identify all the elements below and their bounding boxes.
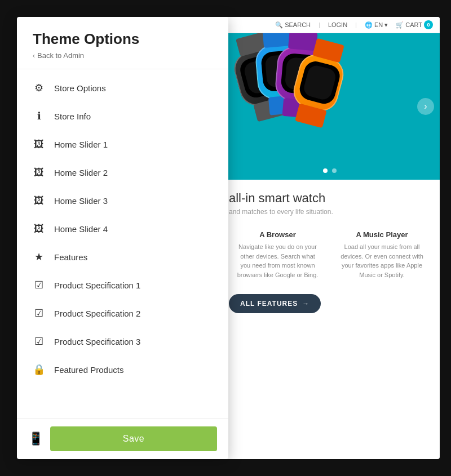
star-icon: ★ [33, 251, 45, 263]
back-to-admin-link[interactable]: ‹ Back to Admin [33, 51, 213, 60]
sidebar-item-store-options[interactable]: ⚙ Store Options [17, 74, 228, 102]
sidebar-footer: 📱 Save [17, 418, 228, 459]
lock-icon: 🔒 [33, 363, 45, 376]
sidebar-nav: ⚙ Store Options ℹ Store Info 🖼 Home Slid… [17, 69, 228, 418]
search-label: SEARCH [285, 21, 311, 28]
image-icon-2: 🖼 [33, 166, 45, 179]
checkbox-icon-3: ☑ [33, 335, 45, 348]
preview-title: all-in smart watch [229, 191, 431, 206]
home-slider-3-label: Home Slider 3 [54, 196, 108, 206]
preview-hero: › [220, 33, 440, 180]
sidebar-item-home-slider-1[interactable]: 🖼 Home Slider 1 [17, 130, 228, 158]
topbar-divider-1: | [319, 21, 320, 28]
home-slider-1-label: Home Slider 1 [54, 140, 108, 149]
back-chevron-icon: ‹ [33, 52, 35, 60]
feature-music-title: A Music Player [339, 230, 425, 239]
hero-dots [323, 168, 337, 173]
watch-stack [237, 39, 338, 152]
preview-panel: 🔍 SEARCH | LOGIN | 🌐 EN ▾ 🛒 CART 0 [220, 17, 440, 459]
feature-card-music: A Music Player Load all your music from … [333, 225, 431, 285]
info-icon: ℹ [33, 110, 45, 122]
search-icon: 🔍 [275, 21, 283, 29]
sidebar-item-featured-products[interactable]: 🔒 Featured Products [17, 355, 228, 384]
cart-topbar-item[interactable]: 🛒 CART 0 [396, 20, 433, 29]
product-spec-2-label: Product Specification 2 [54, 309, 140, 318]
hero-next-button[interactable]: › [417, 98, 434, 115]
sidebar-item-product-spec-2[interactable]: ☑ Product Specification 2 [17, 299, 228, 327]
home-slider-4-label: Home Slider 4 [54, 224, 108, 234]
features-label: Features [54, 252, 87, 262]
home-slider-2-label: Home Slider 2 [54, 168, 108, 177]
sidebar-item-features[interactable]: ★ Features [17, 243, 228, 271]
image-icon-1: 🖼 [33, 138, 45, 150]
feature-card-browser: A Browser Navigate like you do on your o… [229, 225, 326, 285]
cart-badge: 0 [424, 20, 433, 29]
sidebar-item-product-spec-1[interactable]: ☑ Product Specification 1 [17, 271, 228, 299]
hero-dot-1[interactable] [323, 168, 328, 173]
search-topbar-item[interactable]: 🔍 SEARCH [275, 21, 311, 29]
login-topbar-item[interactable]: LOGIN [328, 21, 347, 28]
all-features-label: ALL FEATURES [240, 300, 298, 308]
sidebar-header: Theme Options ‹ Back to Admin [17, 17, 228, 69]
back-label: Back to Admin [37, 51, 84, 60]
checkbox-icon-2: ☑ [33, 307, 45, 319]
store-info-label: Store Info [54, 112, 91, 121]
image-icon-3: 🖼 [33, 194, 45, 207]
preview-content: all-in smart watch and matches to every … [220, 180, 440, 324]
topbar-divider-2: | [355, 21, 357, 28]
preview-subtitle: and matches to every life situation. [229, 208, 431, 216]
login-label: LOGIN [328, 21, 347, 28]
cart-label: CART [405, 21, 422, 28]
sidebar-item-home-slider-3[interactable]: 🖼 Home Slider 3 [17, 186, 228, 215]
product-spec-1-label: Product Specification 1 [54, 281, 140, 290]
save-button[interactable]: Save [50, 426, 217, 451]
chevron-down-icon: ▾ [384, 21, 388, 29]
sidebar-item-home-slider-4[interactable]: 🖼 Home Slider 4 [17, 215, 228, 243]
all-features-button[interactable]: ALL FEATURES → [229, 294, 321, 313]
feature-music-text: Load all your music from all devices. Or… [339, 242, 425, 279]
sidebar-item-store-info[interactable]: ℹ Store Info [17, 102, 228, 130]
lang-topbar-item[interactable]: 🌐 EN ▾ [365, 21, 388, 29]
product-spec-3-label: Product Specification 3 [54, 337, 140, 346]
cart-icon: 🛒 [396, 21, 404, 29]
lang-label: EN [374, 21, 383, 28]
checkbox-icon-1: ☑ [33, 279, 45, 291]
globe-icon: 🌐 [365, 21, 373, 29]
store-options-label: Store Options [54, 83, 106, 93]
sidebar: Theme Options ‹ Back to Admin ⚙ Store Op… [17, 17, 228, 459]
mobile-device-icon: 📱 [28, 431, 43, 446]
feature-browser-text: Navigate like you do on your other devic… [235, 242, 321, 279]
preview-topbar: 🔍 SEARCH | LOGIN | 🌐 EN ▾ 🛒 CART 0 [220, 17, 440, 33]
hero-dot-2[interactable] [332, 168, 337, 173]
feature-browser-title: A Browser [235, 230, 321, 239]
featured-products-label: Featured Products [54, 365, 123, 375]
image-icon-4: 🖼 [33, 223, 45, 235]
gear-icon: ⚙ [33, 82, 45, 94]
features-grid: A Browser Navigate like you do on your o… [229, 225, 431, 285]
sidebar-title: Theme Options [33, 30, 213, 48]
sidebar-item-home-slider-2[interactable]: 🖼 Home Slider 2 [17, 158, 228, 186]
all-features-arrow-icon: → [302, 300, 309, 308]
hero-next-icon: › [424, 101, 427, 112]
sidebar-item-product-spec-3[interactable]: ☑ Product Specification 3 [17, 327, 228, 355]
